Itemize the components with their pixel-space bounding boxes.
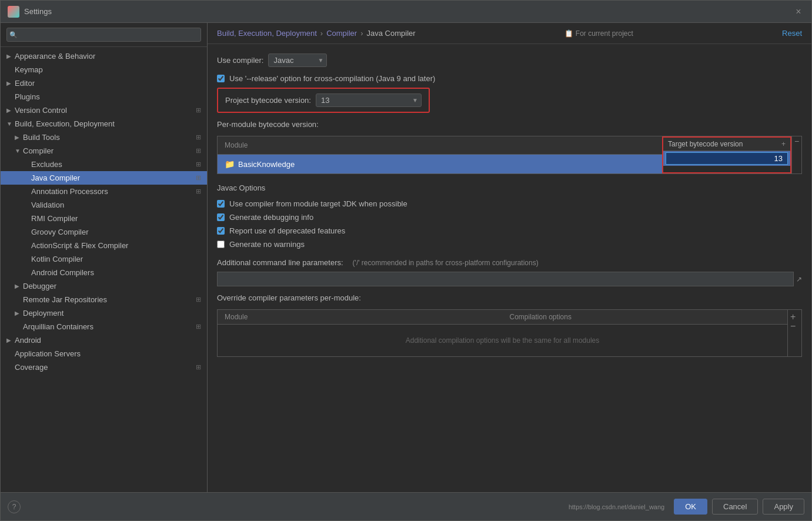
main-content: ▶ Appearance & Behavior Keymap ▶ Editor … [1,23,811,492]
sidebar-item-label: Android [15,336,201,345]
override-label: Override compiler parameters per-module: [217,293,361,302]
sidebar-item-label: Editor [15,79,201,88]
apply-button[interactable]: Apply [763,499,804,515]
sidebar-item-build-execution[interactable]: ▼ Build, Execution, Deployment [1,117,207,131]
use-compiler-module-row: Use compiler from module target JDK when… [217,199,802,208]
sidebar-item-version-control[interactable]: ▶ Version Control ⊞ [1,103,207,117]
sidebar-item-android-compilers[interactable]: Android Compilers [1,266,207,279]
sidebar-item-excludes[interactable]: Excludes ⊞ [1,158,207,171]
sidebar-item-kotlin-compiler[interactable]: Kotlin Compiler [1,252,207,266]
sidebar-item-coverage[interactable]: Coverage ⊞ [1,360,207,374]
sidebar-item-compiler[interactable]: ▼ Compiler ⊞ [1,144,207,158]
arrow-icon: ▶ [6,107,15,113]
sidebar-item-plugins[interactable]: Plugins [1,90,207,103]
help-button[interactable]: ? [8,500,21,513]
compiler-select[interactable]: Javac Eclipse Ajc [268,54,327,67]
sidebar-item-label: Appearance & Behavior [15,52,201,61]
sidebar-item-label: Coverage [15,363,193,372]
breadcrumb-sep1: › [320,29,323,38]
reset-button[interactable]: Reset [782,29,802,38]
sidebar-item-debugger[interactable]: ▶ Debugger [1,279,207,293]
sidebar-item-label: Kotlin Compiler [31,255,201,263]
sidebar-item-label: Arquillian Containers [23,322,193,331]
arrow-icon: ▶ [6,80,15,86]
sidebar-item-label: Annotation Processors [31,187,193,196]
panel-content: Use compiler: Javac Eclipse Ajc ▼ Use '-… [208,44,811,492]
sidebar-item-groovy-compiler[interactable]: Groovy Compiler [1,225,207,239]
bottom-bar: ? https://blog.csdn.net/daniel_wang OK C… [1,492,811,520]
breadcrumb-part1[interactable]: Build, Execution, Deployment [217,29,317,38]
sidebar-item-remote-jar[interactable]: Remote Jar Repositories ⊞ [1,293,207,306]
module-version-input[interactable] [666,152,788,165]
target-version-column: Target bytecode version + [662,136,791,173]
remove-override-btn[interactable]: − [788,319,797,329]
sidebar-item-keymap[interactable]: Keymap [1,63,207,76]
sidebar-item-annotation-processors[interactable]: Annotation Processors ⊞ [1,185,207,198]
module-cell: 📁 BasicKnowledge [218,156,662,172]
additional-params-input-row: ↗ [217,272,802,286]
sidebar-item-label: Debugger [23,282,201,290]
sidebar-item-label: Remote Jar Repositories [23,295,193,304]
report-deprecated-checkbox[interactable] [217,227,225,235]
add-override-btn[interactable]: + [788,310,797,319]
sidebar-item-arquillian[interactable]: Arquillian Containers ⊞ [1,320,207,333]
arrow-icon: ▶ [15,134,23,141]
report-deprecated-row: Report use of deprecated features [217,226,802,235]
additional-params-hint: ('/' recommended in paths for cross-plat… [353,259,539,267]
remove-module-btn[interactable]: − [792,136,801,146]
override-side-buttons: + − [787,310,801,356]
search-box [1,23,207,47]
override-label-row: Override compiler parameters per-module: [217,293,802,302]
table-row[interactable]: 📁 BasicKnowledge [218,155,662,173]
action-icon: ⊞ [196,147,201,155]
add-version-btn[interactable]: + [781,140,786,148]
table-header: Module [218,136,662,155]
action-icon: ⊞ [196,363,201,371]
sidebar-item-java-compiler[interactable]: Java Compiler ⊞ [1,171,207,185]
window-title: Settings [24,7,793,16]
expand-params-icon[interactable]: ↗ [796,275,802,283]
cancel-button[interactable]: Cancel [712,499,758,515]
sidebar-item-editor[interactable]: ▶ Editor [1,76,207,90]
sidebar-item-label: Groovy Compiler [31,228,201,236]
ok-button[interactable]: OK [674,499,707,515]
sidebar-item-deployment[interactable]: ▶ Deployment [1,306,207,320]
arrow-icon: ▶ [15,283,23,289]
module-table-container: Module 📁 BasicKnowledge T [217,136,802,174]
additional-params-input[interactable] [217,272,794,286]
release-option-checkbox[interactable] [217,75,225,82]
arrow-icon: ▶ [15,310,23,316]
sidebar-item-build-tools[interactable]: ▶ Build Tools ⊞ [1,131,207,144]
use-compiler-module-checkbox[interactable] [217,200,225,208]
folder-icon: 📁 [225,159,235,169]
action-icon: ⊞ [196,323,201,330]
generate-debug-checkbox[interactable] [217,213,225,221]
sidebar-item-rmi-compiler[interactable]: RMI Compiler [1,212,207,225]
search-input[interactable] [6,28,201,42]
bytecode-version-select[interactable]: 8 9 10 11 12 13 14 15 [316,93,422,107]
search-wrapper [6,28,201,42]
override-options-col-header: Compilation options [503,310,788,324]
override-table: Module Compilation options Additional co… [217,309,802,357]
sidebar-item-android[interactable]: ▶ Android [1,333,207,347]
arrow-icon: ▶ [6,53,15,59]
javac-options-title: Javac Options [217,183,802,192]
sidebar-item-appearance[interactable]: ▶ Appearance & Behavior [1,49,207,63]
action-icon: ⊞ [196,133,201,141]
no-warnings-checkbox[interactable] [217,241,225,248]
compiler-row: Use compiler: Javac Eclipse Ajc ▼ [217,54,802,67]
sidebar-item-actionscript-compiler[interactable]: ActionScript & Flex Compiler [1,239,207,252]
action-icon: ⊞ [196,161,201,168]
breadcrumb-part2[interactable]: Compiler [326,29,357,38]
module-name: BasicKnowledge [238,160,295,169]
release-option-label: Use '--release' option for cross-compila… [229,74,435,83]
close-button[interactable]: × [793,6,804,18]
compiler-label: Use compiler: [217,56,263,65]
sidebar-item-app-servers[interactable]: Application Servers [1,347,207,360]
arrow-icon: ▼ [6,121,15,127]
sidebar-item-validation[interactable]: Validation [1,198,207,212]
per-module-label-row: Per-module bytecode version: [217,120,802,129]
sidebar-item-label: Version Control [15,106,193,115]
sidebar-item-label: Deployment [23,309,201,318]
project-bytecode-section: Project bytecode version: 8 9 10 11 12 1… [217,88,430,113]
